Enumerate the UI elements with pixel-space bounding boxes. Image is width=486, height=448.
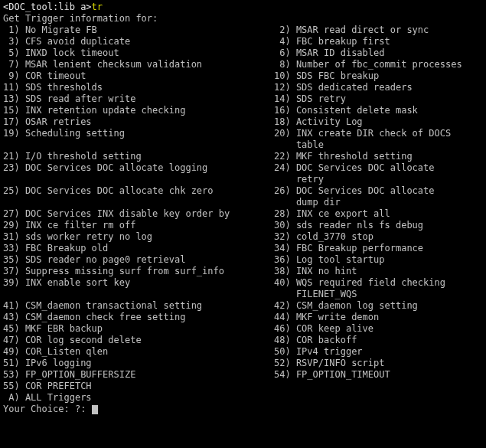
menu-row: 13) SDS read after write14) SDS retry [3, 93, 483, 105]
menu-item-left[interactable]: 47) COR log second delete [3, 335, 274, 346]
menu-item-left[interactable]: 25) DOC Services DOC allocate chk zero [3, 185, 274, 197]
menu-item-left[interactable]: 5) INXD lock timeout [3, 47, 274, 59]
menu-item-right[interactable]: table [274, 139, 324, 151]
menu-row: 43) CSM_daemon check free setting44) MKF… [3, 312, 483, 323]
menu-item-right[interactable]: 20) INX create DIR check of DOCS [274, 128, 451, 139]
menu-row: 41) CSM_daemon transactional setting42) … [3, 300, 483, 312]
menu-row: 23) DOC Services DOC allocate logging24)… [3, 162, 483, 174]
menu-row: 53) FP_OPTION_BUFFERSIZE54) FP_OPTION_TI… [3, 369, 483, 381]
menu-row: 5) INXD lock timeout 6) MSAR ID disabled [3, 47, 483, 59]
menu-item-left[interactable]: 15) INX retention update checking [3, 105, 274, 116]
menu-item-left[interactable]: 37) Suppress missing surf from surf_info [3, 266, 274, 277]
menu-row: A) ALL Triggers [3, 392, 483, 404]
menu-item-right[interactable]: 48) COR backoff [274, 335, 357, 346]
menu-item-left[interactable]: 19) Scheduling setting [3, 128, 274, 139]
menu-row: 9) COR timeout10) SDS FBC breakup [3, 70, 483, 82]
menu-item-left[interactable]: 21) I/O threshold setting [3, 151, 274, 162]
menu-item-right[interactable]: 38) INX no hint [274, 266, 357, 277]
menu-item-right[interactable]: 36) Log tool startup [274, 254, 385, 266]
menu-item-left[interactable]: 31) sds worker retry no log [3, 231, 274, 243]
menu-item-left[interactable]: 17) OSAR retries [3, 116, 274, 128]
menu-item-left[interactable]: 27) DOC Services INX disable key order b… [3, 208, 274, 220]
menu-item-left[interactable]: 9) COR timeout [3, 70, 274, 82]
menu-item-right[interactable]: dump dir [274, 197, 341, 208]
menu-item-left[interactable]: 13) SDS read after write [3, 93, 274, 105]
prompt-line: <DOC_tool:lib a>tr [3, 2, 483, 13]
menu-item-left[interactable]: 1) No Migrate FB [3, 25, 274, 36]
menu-item-right[interactable]: 54) FP_OPTION_TIMEOUT [274, 369, 390, 381]
menu-item-right[interactable]: 16) Consistent delete mask [274, 105, 418, 116]
menu-row: 11) SDS thresholds12) SDS dedicated read… [3, 82, 483, 93]
terminal-screen: <DOC_tool:lib a>tr Get Trigger informati… [0, 0, 486, 417]
choice-value: ?: [75, 404, 86, 414]
menu-item-left[interactable]: 29) INX ce filter rm off [3, 220, 274, 231]
menu-item-left [3, 197, 274, 208]
menu-row: 35) SDS reader no page0 retrieval36) Log… [3, 254, 483, 266]
menu-item-right[interactable]: 24) DOC Services DOC allocate [274, 162, 435, 174]
menu-item-left[interactable]: 53) FP_OPTION_BUFFERSIZE [3, 369, 274, 381]
menu-item-left[interactable]: 35) SDS reader no page0 retrieval [3, 254, 274, 266]
menu-item-right[interactable]: 12) SDS dedicated readers [274, 82, 413, 93]
menu-item-right[interactable]: 26) DOC Services DOC allocate [274, 185, 435, 197]
menu-item-right[interactable]: FILENET_WQS [274, 289, 357, 300]
menu-item-right[interactable]: 28) INX ce export all [274, 208, 390, 220]
menu-item-left[interactable]: 51) IPv6 logging [3, 358, 274, 369]
menu-item-right[interactable]: 42) CSM_daemon log setting [274, 300, 418, 312]
header-line: Get Trigger information for: [3, 13, 483, 25]
menu-item-right[interactable]: 32) cold_3770 stop [274, 231, 373, 243]
menu-item-left[interactable]: 39) INX enable sort key [3, 277, 274, 289]
menu-row: 29) INX ce filter rm off30) sds reader n… [3, 220, 483, 231]
menu-item-right[interactable]: 52) RSVP/INFO script [274, 358, 385, 369]
menu-item-left[interactable]: 41) CSM_daemon transactional setting [3, 300, 274, 312]
menu-item-right[interactable]: 30) sds reader nls fs debug [274, 220, 423, 231]
menu-item-right[interactable]: 34) FBC Breakup performance [274, 243, 423, 254]
menu-item-right[interactable]: 40) WQS required field checking [274, 277, 445, 289]
menu-item-left[interactable]: 49) COR_Listen qlen [3, 346, 274, 358]
menu-row: 37) Suppress missing surf from surf_info… [3, 266, 483, 277]
menu-row: dump dir [3, 197, 483, 208]
menu-row: 47) COR log second delete48) COR backoff [3, 335, 483, 346]
menu-item-left[interactable]: 11) SDS thresholds [3, 82, 274, 93]
menu-row: 55) COR PREFETCH [3, 381, 483, 392]
choice-label: Your Choice: [3, 404, 75, 414]
menu-item-left [3, 174, 274, 185]
menu-item-right[interactable]: 44) MKF write demon [274, 312, 379, 323]
menu-item-right[interactable]: 10) SDS FBC breakup [274, 70, 379, 82]
prompt-prefix: <DOC_tool:lib a> [3, 2, 92, 12]
menu-item-left[interactable]: 33) FBC Breakup old [3, 243, 274, 254]
menu-row: 1) No Migrate FB 2) MSAR read direct or … [3, 25, 483, 36]
menu-row: 15) INX retention update checking16) Con… [3, 105, 483, 116]
menu-row: 49) COR_Listen qlen50) IPv4 trigger [3, 346, 483, 358]
menu-item-right[interactable]: 46) COR keep alive [274, 323, 373, 335]
menu-row: 3) CFS avoid duplicate 4) FBC breakup fi… [3, 36, 483, 47]
menu-item-left[interactable]: 3) CFS avoid duplicate [3, 36, 274, 47]
menu-item-left[interactable]: A) ALL Triggers [3, 392, 274, 404]
menu-row: 19) Scheduling setting20) INX create DIR… [3, 128, 483, 139]
menu-row: retry [3, 174, 483, 185]
menu-item-right[interactable]: 14) SDS retry [274, 93, 346, 105]
menu-item-right[interactable]: retry [274, 174, 324, 185]
menu-list: 1) No Migrate FB 2) MSAR read direct or … [3, 25, 483, 404]
prompt-command: tr [92, 2, 103, 12]
menu-item-left[interactable]: 55) COR PREFETCH [3, 381, 274, 392]
menu-item-right[interactable]: 22) MKF threshold setting [274, 151, 413, 162]
menu-item-right[interactable]: 18) Activity Log [274, 116, 363, 128]
choice-line[interactable]: Your Choice: ?: [3, 404, 483, 415]
menu-row: 7) MSAR lenient checksum validation 8) N… [3, 59, 483, 70]
menu-row: 27) DOC Services INX disable key order b… [3, 208, 483, 220]
menu-row: table [3, 139, 483, 151]
menu-item-right[interactable]: 50) IPv4 trigger [274, 346, 363, 358]
cursor [92, 405, 98, 414]
menu-item-left[interactable]: 45) MKF EBR backup [3, 323, 274, 335]
menu-row: 17) OSAR retries18) Activity Log [3, 116, 483, 128]
menu-item-left[interactable]: 23) DOC Services DOC allocate logging [3, 162, 274, 174]
menu-row: FILENET_WQS [3, 289, 483, 300]
menu-row: 33) FBC Breakup old34) FBC Breakup perfo… [3, 243, 483, 254]
menu-row: 21) I/O threshold setting22) MKF thresho… [3, 151, 483, 162]
menu-item-right[interactable]: 4) FBC breakup first [274, 36, 390, 47]
menu-item-left[interactable]: 43) CSM_daemon check free setting [3, 312, 274, 323]
menu-item-right[interactable]: 6) MSAR ID disabled [274, 47, 385, 59]
menu-item-left[interactable]: 7) MSAR lenient checksum validation [3, 59, 274, 70]
menu-item-right[interactable]: 8) Number of fbc_commit processes [274, 59, 462, 70]
menu-item-right[interactable]: 2) MSAR read direct or sync [274, 25, 429, 36]
